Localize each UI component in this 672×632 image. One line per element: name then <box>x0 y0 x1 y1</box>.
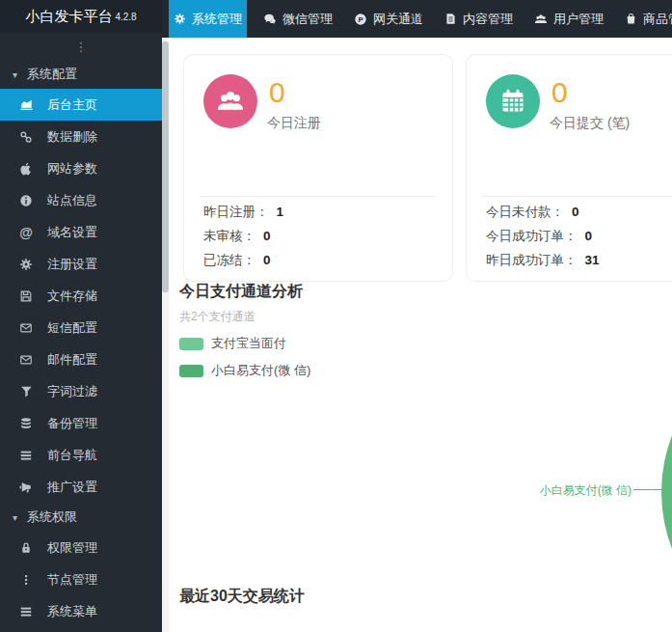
section-label: 系统权限 <box>27 508 77 526</box>
sidebar-item-backup-manage[interactable]: 备份管理 <box>0 407 162 439</box>
database-icon <box>16 417 36 430</box>
ellipsis-v-icon: ⋮ <box>75 40 88 54</box>
pie-slice[interactable] <box>661 335 672 632</box>
payment-channel-section: 今日支付通道分析 共2个支付通道 支付宝当面付 小白易支付(微 信) <box>179 282 310 379</box>
stat-big-value: 0 <box>551 76 568 109</box>
app-logo: 小白发卡平台4.2.8 <box>0 0 162 33</box>
tab-gateway-channel[interactable]: P 网关通道 <box>349 0 428 38</box>
gear-icon <box>16 258 36 271</box>
stat-rows: 昨日注册：1 未审核：0 已冻结：0 <box>203 200 441 272</box>
legend-swatch <box>179 365 203 377</box>
sidebar-section-system-perms[interactable]: ▾ 系统权限 <box>0 503 162 532</box>
users-circle-icon <box>203 74 257 128</box>
section-label: 系统配置 <box>27 66 77 83</box>
tab-goods-manage[interactable]: 商品管理 <box>620 0 672 38</box>
stat-card-submissions: 0 今日提交 (笔) 今日未付款：0 今日成功订单：0 昨日成功订单：31 <box>466 54 672 282</box>
stat-row: 昨日注册：1 <box>203 200 441 224</box>
bars-icon <box>16 605 36 618</box>
sidebar-item-system-menu[interactable]: 系统菜单 <box>0 595 162 627</box>
sidebar-item-file-storage[interactable]: 文件存储 <box>0 280 162 312</box>
sidebar-item-partial[interactable] <box>0 627 162 632</box>
app-version: 4.2.8 <box>115 12 136 22</box>
caret-down-icon: ▾ <box>13 512 17 523</box>
stat-big-label: 今日注册 <box>267 115 321 132</box>
caret-down-icon: ▾ <box>13 69 17 80</box>
document-icon <box>444 13 457 25</box>
payment-section-title: 今日支付通道分析 <box>179 282 310 302</box>
content-scrollbar[interactable] <box>162 38 169 632</box>
svg-text:P: P <box>358 14 363 23</box>
sidebar-item-data-delete[interactable]: 数据删除 <box>0 121 162 152</box>
megaphone-icon <box>16 481 36 494</box>
sidebar-menu: ▾ 系统配置 后台主页 数据删除 网站参数 站点信息 @ 域名设置 注册设置 <box>0 60 162 632</box>
card-divider <box>200 196 437 197</box>
bottom-section-title: 最近30天交易统计 <box>179 587 305 607</box>
sidebar-item-backend-home[interactable]: 后台主页 <box>0 89 162 121</box>
at-icon: @ <box>16 225 36 240</box>
scrollbar-thumb[interactable] <box>162 41 169 292</box>
legend-item-alipay[interactable]: 支付宝当面付 <box>179 335 310 352</box>
bars-icon <box>16 449 36 462</box>
stat-row: 今日成功订单：0 <box>486 224 672 248</box>
sidebar: 小白发卡平台4.2.8 ⋮ ▾ 系统配置 后台主页 数据删除 网站参数 站点信息… <box>0 0 162 632</box>
main-content: 0 今日注册 昨日注册：1 未审核：0 已冻结：0 0 今日提交 (笔) 今日未… <box>162 38 672 632</box>
app-title: 小白发卡平台 <box>25 8 112 26</box>
sidebar-item-site-info[interactable]: 站点信息 <box>0 184 162 216</box>
sidebar-item-promo-settings[interactable]: 推广设置 <box>0 471 162 503</box>
ellipsis-v-icon <box>16 573 36 587</box>
chain-link-icon <box>16 130 36 144</box>
payment-section-subtitle: 共2个支付通道 <box>179 309 310 325</box>
top-navigation: 系统管理 微信管理 P 网关通道 内容管理 用户管理 商品管理 <box>162 0 672 38</box>
sidebar-item-front-nav[interactable]: 前台导航 <box>0 439 162 471</box>
stat-big-label: 今日提交 (笔) <box>550 115 630 132</box>
sidebar-toggle[interactable]: ⋮ <box>0 33 162 60</box>
sidebar-item-mail-config[interactable]: 邮件配置 <box>0 343 162 375</box>
sidebar-item-register-settings[interactable]: 注册设置 <box>0 248 162 280</box>
stat-row: 今日未付款：0 <box>486 200 672 224</box>
area-chart-icon <box>16 97 36 112</box>
stat-row: 昨日成功订单：31 <box>486 248 672 272</box>
shopping-bag-icon <box>625 13 637 25</box>
tab-system-manage[interactable]: 系统管理 <box>169 0 247 38</box>
sidebar-item-domain-settings[interactable]: @ 域名设置 <box>0 216 162 248</box>
sidebar-item-site-params[interactable]: 网站参数 <box>0 152 162 184</box>
stat-row: 已冻结：0 <box>203 248 441 272</box>
sidebar-item-word-filter[interactable]: 字词过滤 <box>0 375 162 407</box>
legend-swatch <box>179 338 203 350</box>
apple-icon <box>16 162 36 176</box>
pie-slice-label: 小白易支付(微 信) <box>540 482 632 499</box>
gear-icon <box>174 13 186 25</box>
stat-rows: 今日未付款：0 今日成功订单：0 昨日成功订单：31 <box>486 200 672 272</box>
tab-content-manage[interactable]: 内容管理 <box>440 0 518 38</box>
filter-icon <box>16 385 36 398</box>
stat-big-value: 0 <box>269 76 285 109</box>
sidebar-section-system-config[interactable]: ▾ 系统配置 <box>0 60 162 89</box>
floppy-icon <box>16 289 36 303</box>
envelope-icon <box>16 353 36 367</box>
p-circle-icon: P <box>354 13 367 26</box>
users-icon <box>534 13 548 26</box>
legend-item-xiaobai-epay[interactable]: 小白易支付(微 信) <box>179 362 310 379</box>
stat-row: 未审核：0 <box>203 224 441 248</box>
tab-wechat-manage[interactable]: 微信管理 <box>258 0 337 38</box>
card-divider <box>482 196 672 197</box>
lock-icon <box>16 541 36 555</box>
tab-user-manage[interactable]: 用户管理 <box>529 0 608 38</box>
pie-callout-line <box>633 489 662 490</box>
stat-card-registrations: 0 今日注册 昨日注册：1 未审核：0 已冻结：0 <box>183 54 453 282</box>
info-circle-icon <box>16 194 36 207</box>
calendar-circle-icon <box>486 74 540 128</box>
envelope-icon <box>16 321 36 335</box>
sidebar-item-perm-manage[interactable]: 权限管理 <box>0 532 162 563</box>
wechat-chat-icon <box>263 13 277 26</box>
sidebar-item-node-manage[interactable]: 节点管理 <box>0 563 162 595</box>
sidebar-item-sms-config[interactable]: 短信配置 <box>0 312 162 343</box>
